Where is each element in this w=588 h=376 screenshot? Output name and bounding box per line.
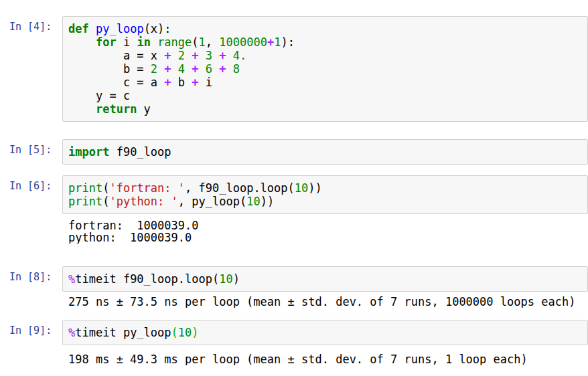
code-line: def py_loop(x): (68, 22, 582, 35)
code-token: 1000000 (219, 35, 267, 49)
code-line: print('python: ', py_loop(10)) (68, 195, 582, 208)
input-prompt: In [5]: (9, 139, 62, 155)
code-token: c = a (68, 76, 164, 89)
input-prompt: In [4]: (9, 16, 62, 32)
code-token: ( (102, 195, 109, 208)
code-token: f90_loop (109, 145, 171, 159)
code-token: ): (281, 35, 294, 49)
code-line: %timeit f90_loop.loop(10) (68, 272, 582, 286)
code-token (68, 102, 96, 116)
code-token: i (117, 35, 137, 49)
code-token: (x): (144, 22, 171, 35)
code-token: + (219, 49, 226, 62)
code-token: return (96, 102, 137, 116)
code-line: a = x + 2 + 3 + 4. (68, 49, 582, 62)
code-token: 4 (178, 62, 185, 76)
code-token (68, 35, 96, 49)
code-token: + (192, 62, 198, 76)
code-token: b = (68, 62, 151, 76)
code-token: + (192, 76, 198, 89)
code-line: return y (68, 102, 582, 116)
code-token: timeit f90_loop.loop( (75, 272, 219, 286)
input-prompt: In [9]: (9, 320, 62, 336)
code-token: % (68, 326, 75, 339)
code-token: 'python: ' (109, 195, 177, 208)
code-token: + (164, 49, 171, 62)
input-prompt: In [6]: (9, 175, 62, 191)
code-line: c = a + b + i (68, 76, 582, 89)
code-line: for i in range(1, 1000000+1): (68, 35, 582, 49)
code-token: + (164, 76, 171, 89)
code-token (171, 62, 178, 76)
code-token: ) (192, 326, 198, 339)
code-token (157, 62, 164, 76)
output-text: 275 ns ± 73.5 ns per loop (mean ± std. d… (68, 296, 588, 308)
code-token (226, 62, 233, 76)
code-token: 10 (178, 326, 192, 339)
code-token: 3 (206, 49, 212, 62)
code-token: print (68, 195, 102, 208)
code-token: 1 (274, 35, 281, 49)
code-cell: In [9]: %timeit py_loop(10) (9, 320, 588, 345)
code-token (212, 62, 219, 76)
code-token: ( (171, 326, 178, 339)
code-token: ) (233, 272, 240, 286)
code-token: 10 (295, 181, 308, 195)
code-token: print (68, 181, 102, 195)
code-token: i (199, 76, 212, 89)
code-token: in (137, 35, 150, 49)
code-token: 2 (178, 49, 185, 62)
code-token: def (68, 22, 89, 35)
code-token: )) (261, 195, 274, 208)
code-cell: In [4]: def py_loop(x): for i in range(1… (9, 16, 588, 122)
code-line: y = c (68, 89, 582, 102)
output-text: 198 ms ± 49.3 ms per loop (mean ± std. d… (68, 353, 588, 365)
code-token (151, 35, 157, 49)
code-input-area[interactable]: %timeit f90_loop.loop(10) (62, 266, 588, 292)
code-token (185, 62, 192, 76)
code-token: 1 (199, 35, 206, 49)
code-cell: In [5]: import f90_loop (9, 139, 588, 165)
code-token (212, 49, 219, 62)
code-token: + (192, 49, 198, 62)
code-token: )) (308, 181, 321, 195)
code-line: %timeit py_loop(10) (68, 326, 582, 339)
code-token: + (219, 62, 226, 76)
code-token: 6 (206, 62, 212, 76)
code-input-area[interactable]: import f90_loop (62, 139, 588, 165)
code-token (199, 62, 206, 76)
code-line: import f90_loop (68, 145, 582, 159)
code-line: print('fortran: ', f90_loop.loop(10)) (68, 181, 582, 195)
code-token (171, 49, 178, 62)
code-cell: In [6]: print('fortran: ', f90_loop.loop… (9, 175, 588, 214)
code-token: + (164, 62, 171, 76)
code-token: ( (102, 181, 109, 195)
code-token (199, 49, 206, 62)
code-token: 2 (151, 62, 157, 76)
code-token: , (206, 35, 219, 49)
code-token (226, 49, 233, 62)
code-token (185, 49, 192, 62)
code-token: py_loop (96, 22, 144, 35)
code-token: range (157, 35, 192, 49)
code-token: 'fortran: ' (109, 181, 185, 195)
code-token: y = c (68, 89, 130, 102)
code-token: 10 (246, 195, 260, 208)
code-token: import (68, 145, 109, 159)
code-token: b (171, 76, 192, 89)
input-prompt: In [8]: (9, 266, 62, 282)
code-token: timeit py_loop (75, 326, 171, 339)
code-token: y (137, 102, 150, 116)
code-token: 10 (219, 272, 232, 286)
code-token: ( (192, 35, 198, 49)
code-token: % (68, 272, 75, 286)
code-token (89, 22, 96, 35)
code-input-area[interactable]: def py_loop(x): for i in range(1, 100000… (62, 16, 588, 122)
code-input-area[interactable]: %timeit py_loop(10) (62, 320, 588, 345)
code-token: , py_loop( (178, 195, 246, 208)
code-token: + (267, 35, 274, 49)
code-token: 8 (233, 62, 240, 76)
code-token: for (96, 35, 117, 49)
code-input-area[interactable]: print('fortran: ', f90_loop.loop(10))pri… (62, 175, 588, 214)
code-token: , f90_loop.loop( (185, 181, 295, 195)
